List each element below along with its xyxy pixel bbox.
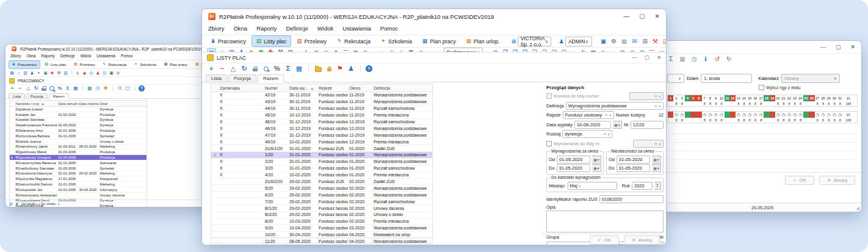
nav-plan-pracy[interactable]: ▦Plan pracy: [418, 35, 460, 47]
table-row[interactable]: X3/2031-01-2020Fundusz osobowy01-2020Ryc…: [211, 165, 432, 172]
refresh-icon[interactable]: ↻: [33, 85, 39, 92]
day-cell[interactable]: ◷: [673, 112, 679, 118]
nr-input[interactable]: 12/20: [631, 121, 664, 129]
wyn-do-input[interactable]: 31-05-2020: [557, 164, 590, 172]
day-cell[interactable]: ◷: [798, 112, 803, 118]
max-button[interactable]: ▢: [836, 45, 841, 50]
nav-szkolenia[interactable]: ✦Szkolenia: [131, 60, 159, 69]
window-icon[interactable]: ▢: [125, 85, 131, 92]
star-icon[interactable]: ✱: [103, 85, 109, 92]
window-close-icon[interactable]: ◱: [662, 37, 667, 45]
table-row[interactable]: •X1/2031-01-2020Fundusz osobowy01-2020Wy…: [211, 152, 432, 159]
table-row[interactable]: ►12/2010-06-2020Fundusz osobowy05-2020Wy…: [211, 245, 432, 245]
day-cell[interactable]: 16: [753, 95, 758, 101]
nieob-do-datepicker[interactable]: ▦▾: [652, 164, 661, 172]
graduation-icon[interactable]: ✦: [36, 70, 42, 76]
day-cell[interactable]: 3: [679, 95, 685, 101]
shield-icon[interactable]: ▣: [109, 70, 114, 76]
menu-okna[interactable]: Okna: [27, 54, 36, 59]
list-item[interactable]: R2zatrudniony Jakub01-09-201128-02-2020M…: [10, 145, 146, 150]
day-cell[interactable]: 8: [707, 95, 713, 101]
green-badge-icon[interactable]: ▣: [43, 70, 48, 76]
globe-icon[interactable]: ◍: [620, 37, 629, 45]
payroll-dialog-titlebar[interactable]: LISTY PŁAC —▢✕: [202, 52, 666, 63]
day-cell[interactable]: 19: [770, 95, 775, 101]
menu-okna[interactable]: Okna: [233, 25, 247, 34]
day-cell[interactable]: ◷: [792, 112, 798, 118]
day-cell[interactable]: ◷: [831, 112, 837, 118]
nav-rekrutacja[interactable]: ✎Rekrutacja: [99, 60, 130, 69]
save-icon[interactable]: ▣: [599, 37, 608, 45]
nav-listy-plac[interactable]: ▤Listy płac: [251, 35, 291, 47]
day-cell[interactable]: 24: [798, 95, 803, 101]
delete-icon[interactable]: −: [17, 85, 23, 92]
nav-szkolenia[interactable]: ✦Szkolenia: [376, 35, 416, 47]
tab-pozycja[interactable]: Pozycja: [228, 74, 256, 82]
day-cell[interactable]: 12: [730, 95, 736, 101]
employees-table-header[interactable]: Nazwisko i imię▲Data zatrudnieniaData zw…: [10, 101, 146, 107]
day-cell[interactable]: 4: [685, 95, 690, 101]
day-cell[interactable]: 30: [831, 95, 837, 101]
day-cell[interactable]: ◷: [781, 112, 786, 118]
day-cell[interactable]: ◷: [775, 112, 781, 118]
ok-button[interactable]: ✓OK: [785, 176, 814, 185]
edit-icon[interactable]: △: [229, 65, 237, 73]
column-header[interactable]: Zamknięta: [219, 86, 264, 90]
day-cell[interactable]: [803, 112, 809, 118]
list-item[interactable]: R2nadliczbowy Stanisław01-05-2006Sprzeda…: [10, 166, 146, 171]
calculator-icon[interactable]: ⊞: [641, 37, 649, 45]
add-icon[interactable]: +: [9, 85, 15, 92]
table-row[interactable]: X46/1931-12-2019Fundusz osobowy12-2019Wy…: [211, 125, 432, 132]
columns-icon[interactable]: ▦: [295, 65, 303, 73]
print-icon[interactable]: [41, 85, 47, 92]
day-cell[interactable]: [725, 112, 730, 118]
table-row[interactable]: B/2/2029-02-2020Fundusz bezosobowy02-202…: [211, 212, 432, 218]
table-row[interactable]: X43/1930-11-2019Fundusz osobowy11-2019Wy…: [211, 99, 432, 106]
day-cell[interactable]: [730, 112, 736, 118]
day-cell[interactable]: 10: [718, 95, 724, 101]
filter-icon[interactable]: ▼: [15, 202, 19, 206]
table-row[interactable]: X4/2010-02-2020Fundusz osobowy01-2020Pre…: [211, 172, 432, 179]
list-item[interactable]: R2nieobecna Katarzyna01-01-200629-02-202…: [10, 171, 146, 177]
column-header[interactable]: Dział: [99, 102, 145, 106]
korekta-checkbox[interactable]: [546, 93, 552, 99]
rok-input[interactable]: 2020: [632, 182, 653, 190]
menu-definicje[interactable]: Definicje: [286, 25, 308, 34]
payroll-table-header[interactable]: ZamkniętaNumerData wy...▲RejestrOkresDef…: [211, 84, 432, 92]
min-button[interactable]: —: [623, 13, 629, 20]
table-row[interactable]: 9/2010-04-2020Fundusz osobowy03-2020Wyna…: [211, 225, 432, 232]
day-cell[interactable]: [696, 112, 701, 118]
wyn-od-datepicker[interactable]: ▦▾: [592, 156, 601, 164]
day-cell[interactable]: 9: [713, 95, 718, 101]
day-cell[interactable]: 27: [815, 95, 820, 101]
clock-icon[interactable]: ◷: [95, 85, 101, 92]
help-icon[interactable]: ?: [366, 65, 372, 72]
nav-listy-plac[interactable]: ▤Listy płac: [42, 60, 70, 69]
table-row[interactable]: X45/1910-12-2019Fundusz osobowy11-2019Pr…: [211, 112, 432, 119]
info-icon[interactable]: ℹ: [702, 56, 709, 63]
wrench-icon[interactable]: ⚒: [56, 70, 62, 76]
day-cell[interactable]: ◷: [713, 112, 718, 118]
column-header[interactable]: Data zatrudnienia: [57, 102, 78, 106]
nav-przelewy[interactable]: ▥Przelewy: [292, 35, 331, 47]
tab-razem[interactable]: Razem: [258, 74, 284, 82]
menu-widok[interactable]: Widok: [317, 25, 333, 34]
korekta-combo[interactable]: ×∨: [629, 92, 664, 100]
nieob-od-input[interactable]: 01-05-2020: [617, 156, 650, 164]
wyn-od-input[interactable]: 01-05-2020: [557, 156, 590, 164]
day-cell[interactable]: 23: [792, 95, 798, 101]
list-item[interactable]: R2zleceniowiec AleksanderUmowy zlecenia: [10, 193, 146, 198]
sum-icon[interactable]: Σ: [667, 56, 675, 63]
people-icon[interactable]: ♟: [95, 70, 101, 76]
tab-lista[interactable]: Lista: [206, 74, 227, 82]
day-cell[interactable]: ◷: [815, 112, 820, 118]
clipped-combo[interactable]: ∨: [667, 74, 684, 83]
table-row[interactable]: 5/2029-02-2020Fundusz osobowy02-2020Wyna…: [211, 185, 432, 192]
definicja-combo[interactable]: Wynagrodzenia podstawowe ×∨: [566, 102, 664, 110]
idcard-icon[interactable]: ▥: [23, 70, 28, 76]
list-item[interactable]: R2samochodzik Dariusz01-01-2006Marketing: [10, 182, 146, 187]
rejestr-combo[interactable]: Fundusz osobowy ×∨: [563, 111, 614, 119]
resize-grip[interactable]: ◢: [856, 206, 859, 211]
menu-raporty[interactable]: Raporty: [42, 54, 55, 59]
person-icon[interactable]: ♟: [347, 65, 355, 73]
